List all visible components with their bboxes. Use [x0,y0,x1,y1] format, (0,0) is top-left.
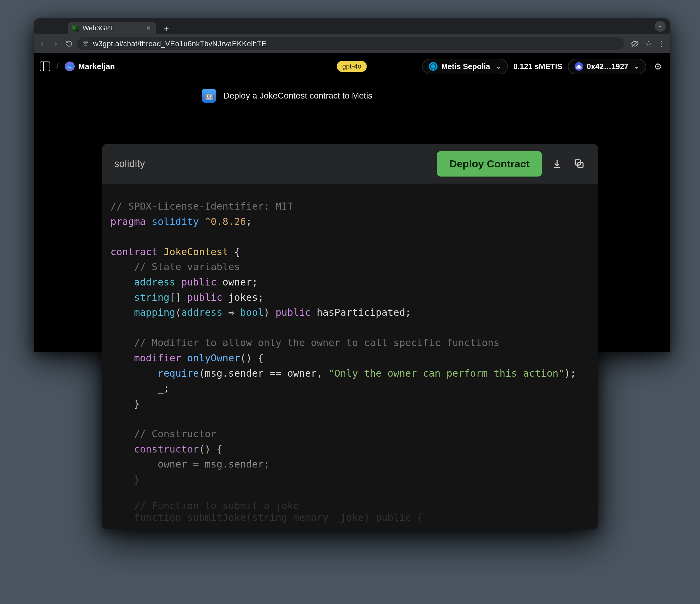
code-token: public [275,307,311,318]
network-selector[interactable]: Metis Sepolia ⌄ [422,59,508,74]
browser-menu-icon[interactable]: ⋮ [656,39,667,49]
code-token: public [181,276,217,288]
code-token: sender [228,458,264,470]
address-bar[interactable]: w3gpt.ai/chat/thread_VEo1u6nkTbvNJrvaEKK… [77,37,624,50]
code-line: // State variables [110,261,240,273]
deploy-contract-button[interactable]: Deploy Contract [437,151,542,177]
username-label: Markeljan [78,62,115,71]
app-topbar: / Markeljan gpt-4o Metis Sepolia ⌄ 0.121… [34,53,670,80]
code-token: "Only the owner can perform this action" [329,368,565,379]
tab-title: Web3GPT [83,24,114,32]
reload-button[interactable] [64,38,75,49]
model-badge[interactable]: gpt-4o [337,61,367,72]
wallet-selector[interactable]: 0x42…1927 ⌄ [568,59,646,74]
copy-icon[interactable] [572,157,586,171]
code-token: hasParticipated [317,307,405,318]
code-token: contract [110,246,157,258]
code-panel-header: solidity Deploy Contract [102,144,598,183]
language-label: solidity [114,158,145,170]
code-token: onlyOwner [187,352,240,364]
user-chip[interactable]: Markeljan [65,61,115,71]
topbar-right: Metis Sepolia ⌄ 0.121 sMETIS 0x42…1927 ⌄… [422,59,664,74]
chevron-down-icon: ⌄ [496,62,501,70]
chat-message: Deploy a JokeContest contract to Metis [202,89,670,103]
message-text: Deploy a JokeContest contract to Metis [223,91,372,101]
chevron-down-icon: ⌄ [634,62,640,70]
url-actions: ☆ ⋮ [630,39,667,49]
back-button[interactable] [37,38,48,49]
code-token: mapping [134,307,175,318]
code-token: msg [205,368,222,379]
sidebar-toggle-icon[interactable] [40,61,50,71]
close-tab-icon[interactable]: ✕ [145,25,152,31]
code-line: // SPDX-License-Identifier: MIT [110,200,293,212]
code-body[interactable]: // SPDX-License-Identifier: MIT pragma s… [102,183,598,502]
code-line: // Constructor [110,428,217,440]
code-line: _; [110,382,170,394]
code-token: bool [240,307,264,318]
settings-icon[interactable]: ⚙ [652,61,664,72]
code-token: modifier [134,352,181,364]
svg-rect-0 [83,42,85,43]
code-token: JokeContest [164,246,228,258]
bookmark-star-icon[interactable]: ☆ [643,39,653,49]
chat-area: Deploy a JokeContest contract to Metis [34,80,670,115]
toolbar: w3gpt.ai/chat/thread_VEo1u6nkTbvNJrvaEKK… [34,34,670,53]
code-line: // Modifier to allow only the owner to c… [110,337,500,349]
code-token: constructor [134,443,199,455]
site-settings-icon[interactable] [82,40,89,47]
user-avatar-icon [65,61,75,71]
breadcrumb-separator: / [56,61,59,71]
wallet-address: 0x42…1927 [587,62,628,71]
download-icon[interactable] [550,157,564,171]
code-token: sender [228,368,264,379]
network-icon [429,62,438,71]
code-token: owner [287,368,317,379]
code-token: address [134,276,175,288]
code-token: jokes [228,292,258,303]
browser-tab[interactable]: Web3GPT ✕ [68,22,156,34]
code-token: owner [157,458,187,470]
tracking-icon[interactable] [630,39,640,49]
tab-favicon [72,25,79,31]
svg-rect-1 [86,42,88,43]
tab-strip: Web3GPT ✕ ＋ [34,18,670,34]
code-token: msg [205,458,222,470]
new-tab-button[interactable]: ＋ [161,23,172,34]
forward-button[interactable] [50,38,61,49]
url-text: w3gpt.ai/chat/thread_VEo1u6nkTbvNJrvaEKK… [93,40,267,48]
assistant-avatar-icon [202,89,216,103]
code-token: address [181,307,222,318]
code-token: string [134,292,170,303]
code-token: owner [222,276,252,288]
code-token: public [187,292,222,303]
code-faint-preview: // Function to submit a joke function su… [110,500,423,523]
network-label: Metis Sepolia [441,62,490,71]
balance-label: 0.121 sMETIS [514,62,562,71]
window-dropdown-icon[interactable] [655,21,666,32]
code-token: solidity [152,216,199,227]
wallet-avatar-icon [575,62,583,71]
code-token: ^0.8.26 [205,216,246,227]
code-token: pragma [110,216,146,227]
code-panel: solidity Deploy Contract // SPDX-License… [102,144,598,529]
code-token: require [157,368,199,379]
